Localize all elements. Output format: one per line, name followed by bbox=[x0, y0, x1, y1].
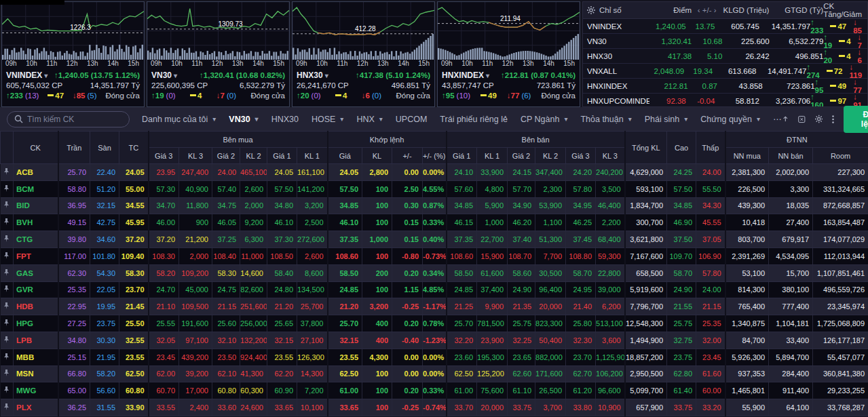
excel-icon[interactable] bbox=[798, 115, 806, 124]
col-match-pct[interactable]: +/- (%) bbox=[423, 148, 447, 164]
pin-cell[interactable] bbox=[1, 164, 14, 181]
pin-cell[interactable] bbox=[1, 197, 14, 214]
pin-icon[interactable] bbox=[3, 370, 10, 376]
tab-hnx[interactable]: HNX▾ bbox=[356, 115, 382, 124]
stock-row-mwg[interactable]: MWG65.0056.6060.8060.7017,00060.8060,300… bbox=[1, 382, 868, 399]
tab-chứng-quyền[interactable]: Chứng quyền▾ bbox=[700, 115, 760, 124]
pin-icon[interactable] bbox=[3, 302, 10, 309]
col-match-chg[interactable]: +/- bbox=[392, 148, 423, 164]
stock-row-fpt[interactable]: FPT117.00101.80109.40108.302,000108.4011… bbox=[1, 247, 868, 264]
stock-row-mbb[interactable]: MBB25.1521.9523.5523.45439,20023.50924,4… bbox=[1, 349, 868, 365]
tab-upcom[interactable]: UPCOM bbox=[396, 115, 428, 124]
col-sell-k1[interactable]: KL 1 bbox=[477, 148, 508, 164]
index-name[interactable]: VNINDEX▾ bbox=[6, 71, 48, 80]
col-san[interactable]: Sàn bbox=[90, 132, 119, 164]
pin-icon[interactable] bbox=[3, 403, 10, 410]
search-box[interactable] bbox=[7, 111, 130, 127]
pin-cell[interactable] bbox=[1, 247, 14, 264]
tab-danh-mục-của-tôi[interactable]: Danh mục của tôi▾ bbox=[142, 115, 216, 124]
pin-icon[interactable] bbox=[3, 218, 10, 225]
pin-icon[interactable] bbox=[3, 252, 10, 259]
col-buy-g1[interactable]: Giá 1 bbox=[267, 148, 297, 164]
pin-cell[interactable] bbox=[1, 298, 14, 315]
pin-icon[interactable] bbox=[3, 269, 10, 276]
stock-row-gvr[interactable]: GVR25.3522.0523.7024.7045,00024.7582,600… bbox=[1, 281, 868, 298]
col-buy-g3[interactable]: Giá 3 bbox=[149, 148, 179, 164]
col-match-k[interactable]: KL bbox=[362, 148, 392, 164]
col-tc[interactable]: TC bbox=[119, 132, 149, 164]
col-nn-mua[interactable]: NN mua bbox=[725, 148, 769, 164]
index-row-hnx30[interactable]: HNX30417.385.1026.242496.851↑ 204↓ 6 bbox=[583, 49, 867, 64]
col-match-g[interactable]: Giá bbox=[328, 148, 362, 164]
gear-icon[interactable] bbox=[815, 114, 823, 124]
place-order-button[interactable]: Đặt lệnh bbox=[844, 106, 868, 133]
tab-phái-sinh[interactable]: Phái sinh▾ bbox=[645, 115, 687, 124]
pin-cell[interactable] bbox=[1, 264, 14, 281]
pin-cell[interactable] bbox=[1, 349, 14, 365]
stock-row-bcm[interactable]: BCM58.8051.2055.0057.3040,90057.402,6005… bbox=[1, 180, 868, 197]
pin-icon[interactable] bbox=[3, 185, 10, 192]
col-buy-k1[interactable]: KL 1 bbox=[297, 148, 328, 164]
pin-cell[interactable] bbox=[1, 214, 14, 231]
col-room[interactable]: Room bbox=[813, 148, 868, 164]
col-total[interactable]: Tổng KL bbox=[625, 132, 667, 164]
col-buy-k3[interactable]: KL 3 bbox=[179, 148, 212, 164]
stock-row-lpb[interactable]: LPB34.8030.3032.5532.0597,10032.10132,20… bbox=[1, 332, 868, 349]
index-row-vnindex[interactable]: VNINDEX1,240.0513.75605.74514,351.797↑ 2… bbox=[583, 19, 867, 34]
tab-hose[interactable]: HOSE▾ bbox=[312, 115, 343, 124]
index-name[interactable]: HNXINDEX▾ bbox=[442, 71, 489, 80]
stock-row-ctg[interactable]: CTG39.8034.6037.2037.2021,20037.256,3003… bbox=[1, 231, 868, 248]
col-buy-g2[interactable]: Giá 2 bbox=[212, 148, 240, 164]
stock-row-hdb[interactable]: HDB22.9519.9521.4521.10109,50021.15251,6… bbox=[1, 298, 868, 315]
index-row-hnxindex[interactable]: HNXINDEX212.810.8743.858723.861↑ 9549↓ 7… bbox=[583, 79, 867, 94]
index-row-vn30[interactable]: VN301,320.4110.68225.6006,532.279↑ 194↓ … bbox=[583, 34, 867, 49]
stock-row-gas[interactable]: GAS62.3054.3058.3058.20109,20058.3014,60… bbox=[1, 264, 868, 281]
export-icon[interactable] bbox=[782, 115, 789, 124]
col-buy-k2[interactable]: KL 2 bbox=[240, 148, 267, 164]
pin-icon[interactable] bbox=[3, 386, 10, 393]
stock-row-msn[interactable]: MSN66.8058.2062.5062.0039,20062.1041,300… bbox=[1, 365, 868, 382]
col-ck[interactable]: CK bbox=[14, 132, 58, 164]
pin-icon[interactable] bbox=[3, 235, 10, 242]
col-sell-k2[interactable]: KL 2 bbox=[535, 148, 566, 164]
stock-row-acb[interactable]: ACB25.7022.4024.0523.95247,40024.00465,1… bbox=[1, 164, 868, 181]
pin-cell[interactable] bbox=[1, 281, 14, 298]
tab-vn30[interactable]: VN30▾ bbox=[229, 115, 258, 124]
col-sell-g1[interactable]: Giá 1 bbox=[447, 148, 477, 164]
tab-cp-ngành[interactable]: CP Ngành▾ bbox=[521, 115, 567, 124]
tab-trái-phiếu-riêng-lẻ[interactable]: Trái phiếu riêng lẻ bbox=[440, 115, 508, 124]
search-input[interactable] bbox=[27, 115, 122, 124]
col-nn-ban[interactable]: NN bán bbox=[769, 148, 813, 164]
pin-cell[interactable] bbox=[1, 180, 14, 197]
stock-row-bid[interactable]: BID36.9532.1534.5534.7011,80034.752,0003… bbox=[1, 197, 868, 214]
col-low[interactable]: Thấp bbox=[696, 132, 725, 164]
tab-⋯[interactable]: ⋯ bbox=[773, 114, 782, 124]
col-high[interactable]: Cao bbox=[667, 132, 696, 164]
pin-icon[interactable] bbox=[3, 201, 10, 208]
tab-hnx30[interactable]: HNX30 bbox=[271, 115, 299, 124]
kebab-menu-icon[interactable] bbox=[832, 114, 834, 125]
index-name[interactable]: VN30▾ bbox=[151, 71, 177, 80]
pin-icon[interactable] bbox=[3, 336, 10, 343]
stock-row-plx[interactable]: PLX36.2531.5533.9033.552,40033.6024,6003… bbox=[1, 399, 868, 416]
pin-cell[interactable] bbox=[1, 399, 14, 416]
col-sell-g3[interactable]: Giá 3 bbox=[566, 148, 596, 164]
col-sell-g2[interactable]: Giá 2 bbox=[508, 148, 535, 164]
index-col-chg[interactable]: ‹ +/- › bbox=[692, 6, 722, 14]
stock-row-bvh[interactable]: BVH49.1542.7545.9546.0090046.059,20046.1… bbox=[1, 214, 868, 231]
tab-thỏa-thuận[interactable]: Thỏa thuận▾ bbox=[580, 115, 631, 124]
index-name[interactable]: HNX30▾ bbox=[297, 71, 328, 80]
stock-row-hpg[interactable]: HPG27.2523.7525.5025.55191,60025.60256,0… bbox=[1, 315, 868, 332]
col-tran[interactable]: Trần bbox=[58, 132, 90, 164]
index-row-vnxall[interactable]: VNXALL2,048.0919.34613.66814,491.747↑ 27… bbox=[583, 64, 867, 79]
pin-icon[interactable] bbox=[3, 285, 10, 292]
pin-cell[interactable] bbox=[1, 231, 14, 248]
pin-cell[interactable] bbox=[1, 365, 14, 382]
gear-icon[interactable] bbox=[587, 6, 595, 14]
pin-cell[interactable] bbox=[1, 382, 14, 399]
col-sell-k3[interactable]: KL 3 bbox=[596, 148, 625, 164]
pin-icon[interactable] bbox=[3, 353, 10, 360]
pin-icon[interactable] bbox=[3, 319, 10, 326]
pin-icon[interactable] bbox=[3, 168, 10, 175]
pin-cell[interactable] bbox=[1, 315, 14, 332]
